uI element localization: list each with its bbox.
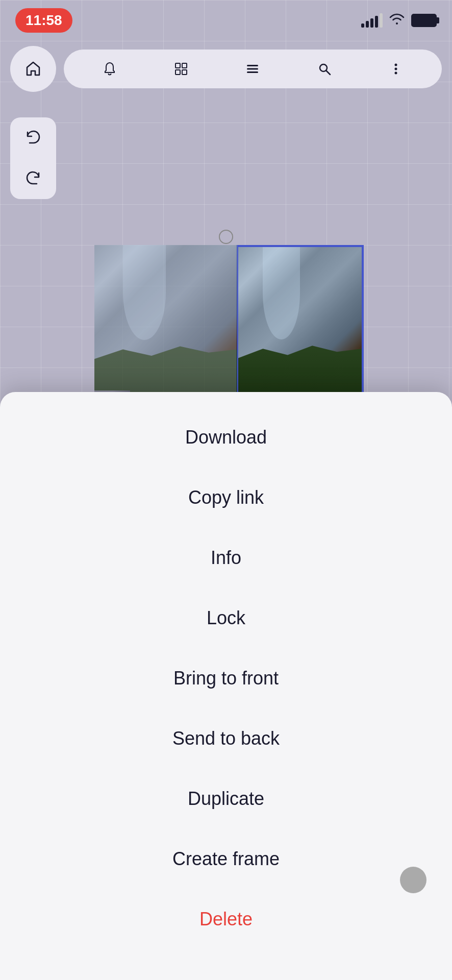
battery-icon — [411, 14, 437, 27]
menu-item-info[interactable]: Info — [0, 528, 452, 588]
svg-rect-3 — [182, 70, 187, 75]
top-toolbar — [0, 46, 452, 92]
canvas-handle-top[interactable] — [219, 230, 233, 244]
undo-button[interactable] — [10, 117, 56, 158]
list-icon[interactable] — [245, 61, 260, 77]
menu-item-download[interactable]: Download — [0, 407, 452, 468]
jar-image-right — [238, 247, 362, 401]
more-options-icon[interactable] — [388, 61, 404, 77]
scroll-indicator — [400, 867, 426, 893]
canvas-images — [94, 245, 364, 403]
svg-rect-0 — [175, 63, 180, 68]
svg-point-9 — [394, 64, 397, 66]
image-left[interactable] — [94, 245, 237, 403]
menu-item-delete[interactable]: Delete — [0, 889, 452, 949]
grid-icon[interactable] — [173, 61, 189, 77]
search-icon[interactable] — [317, 61, 332, 77]
menu-item-duplicate[interactable]: Duplicate — [0, 769, 452, 829]
image-right-selected[interactable] — [236, 245, 364, 403]
menu-item-lock[interactable]: Lock — [0, 588, 452, 648]
notification-icon[interactable] — [102, 61, 117, 77]
home-button[interactable] — [10, 46, 56, 92]
left-tools — [10, 117, 56, 199]
menu-item-copy-link[interactable]: Copy link — [0, 468, 452, 528]
menu-item-create-frame[interactable]: Create frame — [0, 829, 452, 889]
context-menu-sheet: Download Copy link Info Lock Bring to fr… — [0, 392, 452, 980]
status-time: 11:58 — [15, 8, 72, 33]
svg-line-8 — [326, 71, 330, 75]
wifi-icon — [389, 12, 405, 29]
jar-image-left — [94, 245, 237, 403]
status-bar: 11:58 — [0, 0, 452, 41]
status-icons — [361, 12, 437, 29]
svg-rect-6 — [247, 71, 258, 73]
redo-button[interactable] — [10, 158, 56, 199]
svg-rect-1 — [182, 63, 187, 68]
toolbar-pill — [64, 50, 442, 88]
svg-point-11 — [394, 72, 397, 75]
svg-rect-4 — [247, 65, 258, 66]
signal-icon — [361, 13, 383, 28]
svg-rect-5 — [247, 68, 258, 70]
menu-item-bring-to-front[interactable]: Bring to front — [0, 648, 452, 708]
svg-point-10 — [394, 68, 397, 70]
svg-rect-2 — [175, 70, 180, 75]
menu-item-send-to-back[interactable]: Send to back — [0, 708, 452, 769]
